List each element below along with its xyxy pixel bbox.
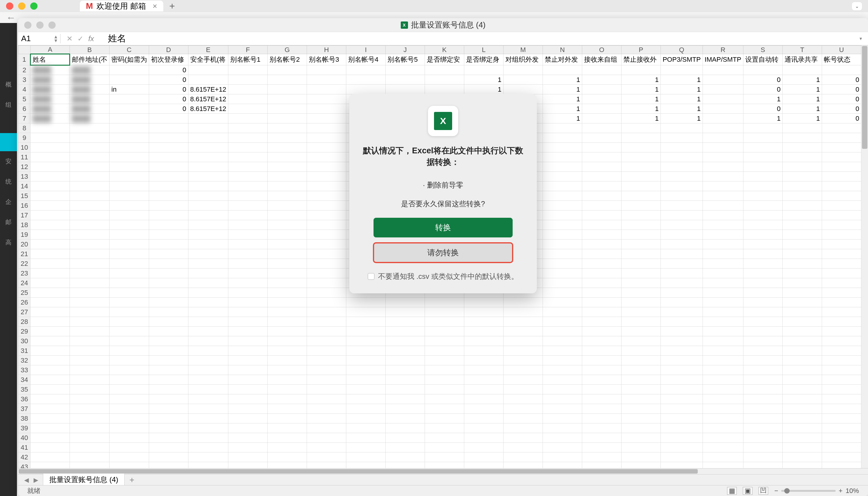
sidebar-item-2[interactable]: 安 <box>0 151 17 171</box>
dialog-question: 是否要永久保留这些转换? <box>361 199 525 209</box>
data-conversion-dialog: X 默认情况下，Excel将在此文件中执行以下数据转换： · 删除前导零 是否要… <box>349 94 537 293</box>
browser-menu-button[interactable]: ⌄ <box>852 2 862 10</box>
modal-overlay: X 默认情况下，Excel将在此文件中执行以下数据转换： · 删除前导零 是否要… <box>18 18 868 496</box>
excel-logo-icon: X <box>434 112 452 130</box>
close-window-button[interactable] <box>6 2 13 10</box>
browser-tab[interactable]: M 欢迎使用 邮箱 × <box>80 1 163 12</box>
new-tab-button[interactable]: + <box>169 1 175 12</box>
dialog-title: 默认情况下，Excel将在此文件中执行以下数据转换： <box>361 145 525 168</box>
tab-title: 欢迎使用 邮箱 <box>96 1 146 12</box>
convert-button[interactable]: 转换 <box>373 218 513 237</box>
sidebar-item-6[interactable]: 高 <box>0 232 17 252</box>
excel-window: X 批量设置账号信息 (4) A1 ▴▾ ✕ ✓ fx ▾ ABCDEFGHIJ… <box>18 18 868 496</box>
sidebar-item-3[interactable]: 统 <box>0 171 17 192</box>
chevron-down-icon: ⌄ <box>855 4 859 9</box>
dont-notify-label: 不要通知我 .csv 或类似文件中的默认转换。 <box>378 272 518 281</box>
dialog-bullet: · 删除前导零 <box>361 180 525 190</box>
dont-convert-button[interactable]: 请勿转换 <box>373 243 513 263</box>
app-sidebar: 概 组 安 统 企 邮 高 <box>0 23 17 496</box>
sidebar-item-5[interactable]: 邮 <box>0 212 17 232</box>
sidebar-item-4[interactable]: 企 <box>0 192 17 212</box>
sidebar-item-1[interactable]: 组 <box>0 95 17 115</box>
sidebar-item-0[interactable]: 概 <box>0 74 17 95</box>
excel-app-icon: X <box>428 106 458 136</box>
browser-tab-bar: M 欢迎使用 邮箱 × + ⌄ <box>0 0 868 12</box>
minimize-window-button[interactable] <box>18 2 26 10</box>
nav-back-button[interactable]: ← <box>6 12 16 23</box>
dont-notify-checkbox[interactable] <box>368 273 374 280</box>
window-controls <box>3 2 37 10</box>
tab-close-button[interactable]: × <box>153 1 157 11</box>
sidebar-item-active[interactable] <box>0 133 17 151</box>
dont-notify-row[interactable]: 不要通知我 .csv 或类似文件中的默认转换。 <box>361 272 525 281</box>
maximize-window-button[interactable] <box>30 2 37 10</box>
mail-icon: M <box>86 1 93 11</box>
